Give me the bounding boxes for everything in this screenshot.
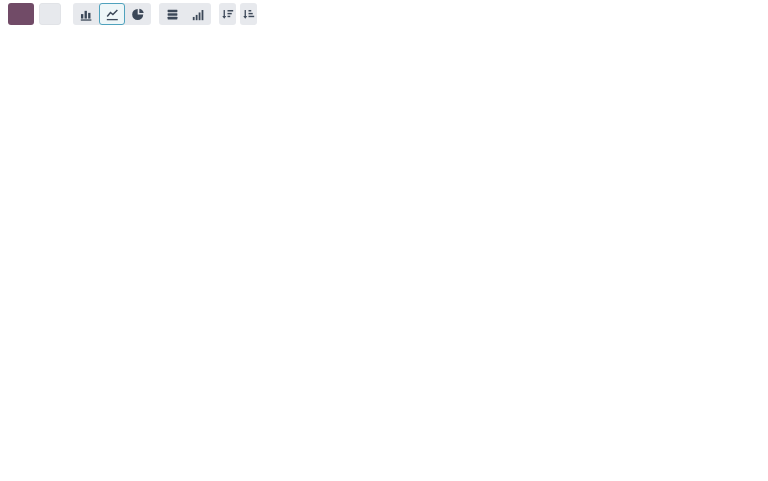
- measures-button[interactable]: [8, 3, 34, 25]
- pie-chart-icon: [132, 8, 145, 21]
- cumulative-button[interactable]: [185, 3, 211, 25]
- sort-button-group: [219, 3, 257, 25]
- line-chart-button[interactable]: [99, 3, 125, 25]
- pie-chart-button[interactable]: [125, 3, 151, 25]
- stacking-button-group: [159, 3, 211, 25]
- sort-ascending-button[interactable]: [240, 3, 257, 25]
- sort-ascending-icon: [242, 8, 255, 21]
- line-chart-icon: [106, 8, 119, 21]
- toolbar: [0, 0, 768, 28]
- insert-in-spreadsheet-button[interactable]: [39, 3, 61, 25]
- stacked-icon: [166, 8, 179, 21]
- bar-chart-icon: [80, 8, 93, 21]
- bar-chart-button[interactable]: [73, 3, 99, 25]
- stacked-button[interactable]: [159, 3, 185, 25]
- ascending-bars-icon: [192, 8, 205, 21]
- line-chart-canvas[interactable]: [0, 0, 768, 481]
- sort-descending-icon: [221, 8, 234, 21]
- chart-type-button-group: [73, 3, 151, 25]
- sort-descending-button[interactable]: [219, 3, 236, 25]
